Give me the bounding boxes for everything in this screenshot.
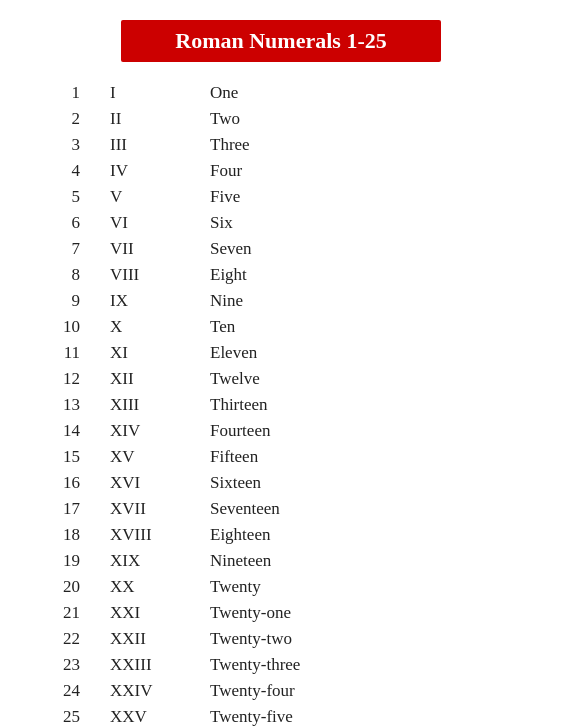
table-row: 3IIIThree	[30, 132, 532, 158]
word-cell: Eleven	[210, 340, 532, 366]
table-row: 25XXVTwenty-five	[30, 704, 532, 727]
roman-cell: IV	[110, 158, 210, 184]
word-cell: Twenty-three	[210, 652, 532, 678]
word-cell: Nineteen	[210, 548, 532, 574]
word-cell: Six	[210, 210, 532, 236]
word-cell: Four	[210, 158, 532, 184]
word-cell: Fourteen	[210, 418, 532, 444]
roman-cell: IX	[110, 288, 210, 314]
roman-cell: XII	[110, 366, 210, 392]
number-cell: 4	[30, 158, 110, 184]
number-cell: 12	[30, 366, 110, 392]
table-row: 17XVIISeventeen	[30, 496, 532, 522]
number-cell: 18	[30, 522, 110, 548]
numerals-table: 1IOne2IITwo3IIIThree4IVFour5VFive6VISix7…	[30, 80, 532, 727]
word-cell: Two	[210, 106, 532, 132]
roman-cell: XXIV	[110, 678, 210, 704]
word-cell: Twenty-four	[210, 678, 532, 704]
roman-cell: XXV	[110, 704, 210, 727]
table-row: 16XVISixteen	[30, 470, 532, 496]
roman-cell: XX	[110, 574, 210, 600]
word-cell: Nine	[210, 288, 532, 314]
roman-cell: III	[110, 132, 210, 158]
table-row: 1IOne	[30, 80, 532, 106]
table-row: 12XIITwelve	[30, 366, 532, 392]
number-cell: 15	[30, 444, 110, 470]
roman-cell: XVIII	[110, 522, 210, 548]
number-cell: 19	[30, 548, 110, 574]
page-title: Roman Numerals 1-25	[121, 20, 441, 62]
page: Roman Numerals 1-25 1IOne2IITwo3IIIThree…	[0, 0, 562, 727]
table-row: 11XIEleven	[30, 340, 532, 366]
number-cell: 3	[30, 132, 110, 158]
roman-cell: XVII	[110, 496, 210, 522]
word-cell: Ten	[210, 314, 532, 340]
number-cell: 13	[30, 392, 110, 418]
roman-cell: XIX	[110, 548, 210, 574]
table-row: 23XXIIITwenty-three	[30, 652, 532, 678]
table-row: 14XIVFourteen	[30, 418, 532, 444]
roman-cell: XXII	[110, 626, 210, 652]
table-row: 2IITwo	[30, 106, 532, 132]
number-cell: 20	[30, 574, 110, 600]
table-row: 20XXTwenty	[30, 574, 532, 600]
roman-cell: XI	[110, 340, 210, 366]
roman-cell: II	[110, 106, 210, 132]
roman-cell: VII	[110, 236, 210, 262]
word-cell: Thirteen	[210, 392, 532, 418]
table-row: 4IVFour	[30, 158, 532, 184]
word-cell: Twenty-one	[210, 600, 532, 626]
table-row: 13XIIIThirteen	[30, 392, 532, 418]
word-cell: Three	[210, 132, 532, 158]
word-cell: Twenty-five	[210, 704, 532, 727]
table-row: 8VIIIEight	[30, 262, 532, 288]
roman-cell: V	[110, 184, 210, 210]
word-cell: Fifteen	[210, 444, 532, 470]
table-row: 18XVIIIEighteen	[30, 522, 532, 548]
roman-cell: VI	[110, 210, 210, 236]
number-cell: 16	[30, 470, 110, 496]
roman-cell: VIII	[110, 262, 210, 288]
number-cell: 23	[30, 652, 110, 678]
word-cell: Twelve	[210, 366, 532, 392]
number-cell: 24	[30, 678, 110, 704]
word-cell: Twenty-two	[210, 626, 532, 652]
word-cell: Twenty	[210, 574, 532, 600]
table-row: 10XTen	[30, 314, 532, 340]
number-cell: 6	[30, 210, 110, 236]
roman-cell: XV	[110, 444, 210, 470]
table-row: 5VFive	[30, 184, 532, 210]
table-row: 15XVFifteen	[30, 444, 532, 470]
number-cell: 1	[30, 80, 110, 106]
table-row: 19XIXNineteen	[30, 548, 532, 574]
number-cell: 10	[30, 314, 110, 340]
word-cell: Seventeen	[210, 496, 532, 522]
table-row: 7VIISeven	[30, 236, 532, 262]
table-row: 6VISix	[30, 210, 532, 236]
number-cell: 5	[30, 184, 110, 210]
number-cell: 9	[30, 288, 110, 314]
roman-cell: XXI	[110, 600, 210, 626]
number-cell: 22	[30, 626, 110, 652]
number-cell: 11	[30, 340, 110, 366]
number-cell: 17	[30, 496, 110, 522]
roman-cell: I	[110, 80, 210, 106]
word-cell: Seven	[210, 236, 532, 262]
table-row: 9IXNine	[30, 288, 532, 314]
table-row: 21XXITwenty-one	[30, 600, 532, 626]
number-cell: 25	[30, 704, 110, 727]
table-row: 24XXIVTwenty-four	[30, 678, 532, 704]
roman-cell: X	[110, 314, 210, 340]
roman-cell: XVI	[110, 470, 210, 496]
word-cell: One	[210, 80, 532, 106]
number-cell: 7	[30, 236, 110, 262]
word-cell: Five	[210, 184, 532, 210]
number-cell: 21	[30, 600, 110, 626]
word-cell: Eighteen	[210, 522, 532, 548]
number-cell: 14	[30, 418, 110, 444]
roman-cell: XXIII	[110, 652, 210, 678]
word-cell: Sixteen	[210, 470, 532, 496]
table-row: 22XXIITwenty-two	[30, 626, 532, 652]
word-cell: Eight	[210, 262, 532, 288]
roman-cell: XIII	[110, 392, 210, 418]
